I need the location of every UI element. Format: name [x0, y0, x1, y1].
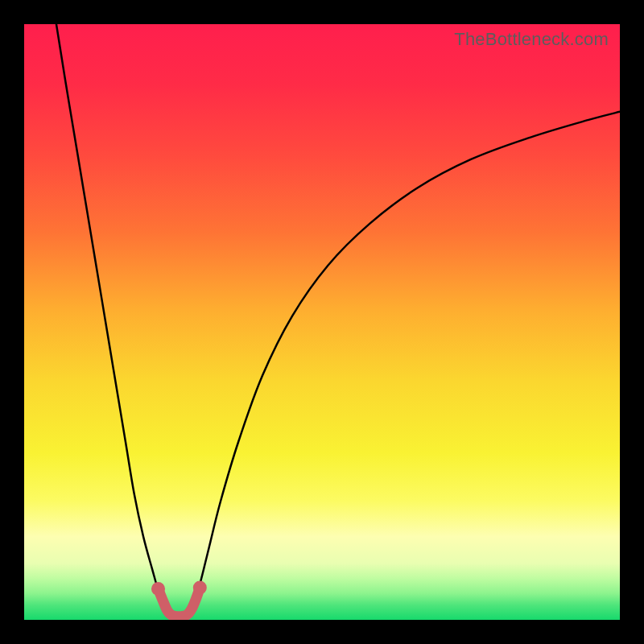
right-curve [188, 112, 621, 615]
left-curve [56, 24, 170, 615]
chart-frame: TheBottleneck.com [0, 0, 644, 644]
valley-marker-dots [151, 581, 207, 597]
curves-layer [24, 24, 620, 620]
valley-marker-dot [193, 581, 207, 595]
valley-marker-dot [151, 582, 165, 596]
plot-area: TheBottleneck.com [24, 24, 620, 620]
valley-marker [159, 588, 200, 617]
